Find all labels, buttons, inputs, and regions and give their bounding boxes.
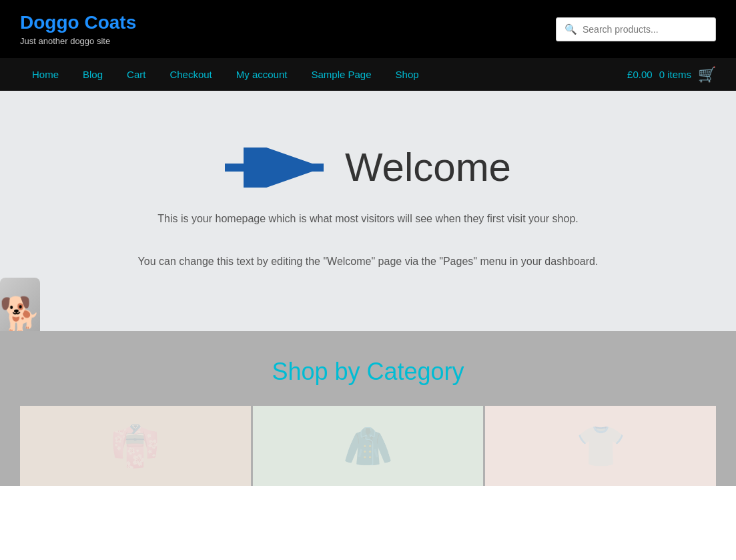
category-grid: 👘 🧥 👕 (20, 406, 716, 486)
dog-silhouette-icon: 🐕 (0, 298, 40, 331)
dog-image: 🐕 (0, 278, 40, 331)
site-branding: Doggo Coats Just another doggo site (20, 12, 136, 46)
nav-link-samplepage[interactable]: Sample Page (299, 58, 383, 91)
category-sketch-3: 👕 (485, 406, 716, 486)
shop-title-part1: Shop by (272, 358, 360, 385)
hero-paragraph-2-text: You can change this text by editing the … (138, 256, 599, 267)
category-sketch-1: 👘 (20, 406, 251, 486)
search-icon: 🔍 (565, 23, 577, 35)
nav-link-myaccount[interactable]: My account (224, 58, 300, 91)
nav-link-shop[interactable]: Shop (384, 58, 431, 91)
hero-paragraph-1: This is your homepage which is what most… (157, 210, 578, 228)
nav-link-blog[interactable]: Blog (71, 58, 115, 91)
cart-icon[interactable]: 🛒 (698, 66, 716, 83)
nav-item-home[interactable]: Home (20, 58, 71, 91)
shop-title-colored: Category (367, 358, 464, 385)
search-input[interactable] (583, 24, 707, 35)
cart-area[interactable]: £0.00 0 items 🛒 (627, 66, 716, 83)
nav-link-cart[interactable]: Cart (115, 58, 157, 91)
nav-item-shop[interactable]: Shop (384, 58, 431, 91)
hero-section: Welcome This is your homepage which is w… (0, 91, 736, 331)
nav-links: Home Blog Cart Checkout My account Sampl… (20, 58, 431, 91)
nav-link-home[interactable]: Home (20, 58, 71, 91)
site-title[interactable]: Doggo Coats (20, 12, 136, 33)
shop-section: Shop by Category 👘 🧥 👕 (0, 331, 736, 486)
nav-item-cart[interactable]: Cart (115, 58, 157, 91)
category-sketch-2: 🧥 (253, 406, 484, 486)
nav-item-myaccount[interactable]: My account (224, 58, 300, 91)
site-header: Doggo Coats Just another doggo site 🔍 (0, 0, 736, 58)
nav-item-checkout[interactable]: Checkout (157, 58, 224, 91)
cart-total: £0.00 (627, 69, 653, 80)
cart-items-count: 0 items (659, 69, 691, 80)
welcome-row: Welcome (225, 144, 511, 190)
nav-bar: Home Blog Cart Checkout My account Sampl… (0, 58, 736, 91)
arrow-icon (225, 148, 332, 188)
site-tagline: Just another doggo site (20, 36, 136, 46)
nav-item-samplepage[interactable]: Sample Page (299, 58, 383, 91)
nav-item-blog[interactable]: Blog (71, 58, 115, 91)
search-box[interactable]: 🔍 (556, 17, 716, 41)
category-item-3[interactable]: 👕 (483, 406, 716, 486)
nav-link-checkout[interactable]: Checkout (157, 58, 224, 91)
shop-by-category-title: Shop by Category (20, 358, 716, 386)
welcome-heading: Welcome (345, 144, 511, 190)
hero-paragraph-2: You can change this text by editing the … (138, 253, 599, 270)
category-item-1[interactable]: 👘 (20, 406, 253, 486)
category-item-2[interactable]: 🧥 (253, 406, 484, 486)
hero-paragraph-1-text: This is your homepage which is what most… (157, 213, 578, 224)
